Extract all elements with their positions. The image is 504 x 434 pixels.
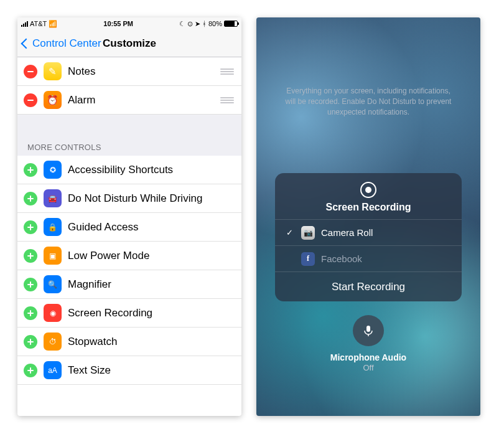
destination-facebook[interactable]: fFacebook	[275, 245, 462, 271]
destination-label: Camera Roll	[321, 227, 373, 238]
remove-button[interactable]	[24, 93, 37, 107]
alarm-icon: ⏰	[44, 91, 62, 109]
alarm-indicator-icon: ⊙	[187, 20, 193, 28]
wifi-icon: 📶	[49, 20, 57, 28]
start-recording-label: Start Recording	[332, 281, 405, 293]
row-label: Alarm	[68, 94, 214, 106]
add-button[interactable]	[24, 163, 37, 177]
checkmark-icon: ✓	[286, 228, 295, 237]
signal-bars-icon	[21, 21, 28, 27]
drag-handle-icon[interactable]	[220, 68, 234, 75]
stopwatch-icon: ⏱	[44, 333, 62, 351]
drag-handle-icon[interactable]	[220, 97, 234, 103]
row-label: Screen Recording	[68, 307, 234, 319]
microphone-toggle[interactable]	[353, 315, 384, 346]
low-power-mode-icon: ▣	[44, 247, 62, 265]
included-row-notes: ✎Notes	[17, 57, 241, 86]
microphone-icon	[362, 324, 375, 337]
bluetooth-icon: ᚼ	[202, 20, 207, 27]
battery-icon	[224, 21, 238, 27]
more-row-stopwatch: ⏱Stopwatch	[17, 328, 241, 356]
magnifier-icon: 🔍	[44, 275, 62, 293]
location-icon: ➤	[195, 20, 200, 28]
svg-rect-0	[366, 326, 370, 332]
more-row-low-power-mode: ▣Low Power Mode	[17, 242, 241, 270]
more-row-guided-access: 🔒Guided Access	[17, 213, 241, 242]
more-row-do-not-disturb-while-driving: 🚘Do Not Disturb While Driving	[17, 184, 241, 213]
row-label: Do Not Disturb While Driving	[68, 192, 234, 205]
more-row-accessibility-shortcuts: ✪Accessibility Shortcuts	[17, 156, 241, 184]
row-label: Notes	[68, 65, 214, 78]
panel-title: Screen Recording	[326, 202, 411, 213]
text-size-icon: aA	[44, 361, 62, 379]
microphone-state: Off	[363, 363, 373, 372]
screen-recording-panel: Screen Recording ✓📷Camera RollfFacebook …	[275, 173, 462, 301]
chevron-left-icon	[21, 38, 32, 49]
more-row-screen-recording: ◉Screen Recording	[17, 299, 241, 328]
start-recording-button[interactable]: Start Recording	[275, 271, 462, 301]
carrier-label: AT&T	[30, 20, 47, 27]
add-button[interactable]	[24, 364, 37, 377]
screen-recording-overlay: Everything on your screen, including not…	[256, 17, 480, 416]
guided-access-icon: 🔒	[44, 218, 62, 236]
back-button[interactable]: Control Center	[22, 37, 101, 50]
row-label: Text Size	[68, 364, 234, 377]
destination-camera-roll[interactable]: ✓📷Camera Roll	[275, 219, 462, 245]
accessibility-shortcuts-icon: ✪	[44, 161, 62, 179]
back-label: Control Center	[32, 37, 101, 50]
controls-list: ✎Notes⏰Alarm MORE CONTROLS ✪Accessibilit…	[17, 57, 241, 385]
add-button[interactable]	[24, 306, 37, 320]
row-label: Magnifier	[68, 278, 234, 291]
dnd-moon-icon: ☾	[179, 20, 185, 28]
add-button[interactable]	[24, 192, 37, 205]
screen-recording-icon: ◉	[44, 304, 62, 322]
add-button[interactable]	[24, 335, 37, 349]
more-controls-header: MORE CONTROLS	[17, 137, 241, 156]
settings-customize-screen: AT&T 📶 10:55 PM ☾ ⊙ ➤ ᚼ 80% Control Cent…	[17, 17, 241, 416]
row-label: Low Power Mode	[68, 250, 234, 262]
remove-button[interactable]	[24, 65, 37, 78]
notes-icon: ✎	[44, 62, 62, 80]
nav-bar: Control Center Customize	[17, 30, 241, 57]
section-gap	[17, 115, 241, 137]
camera-icon: 📷	[301, 226, 315, 240]
included-row-alarm: ⏰Alarm	[17, 86, 241, 115]
do-not-disturb-while-driving-icon: 🚘	[44, 189, 62, 207]
record-icon	[360, 182, 376, 198]
microphone-label: Microphone Audio Off	[330, 352, 406, 372]
battery-pct: 80%	[208, 20, 222, 27]
more-row-magnifier: 🔍Magnifier	[17, 270, 241, 299]
row-label: Stopwatch	[68, 336, 234, 348]
add-button[interactable]	[24, 220, 37, 234]
row-label: Guided Access	[68, 221, 234, 234]
add-button[interactable]	[24, 249, 37, 263]
more-row-text-size: aAText Size	[17, 356, 241, 385]
destination-label: Facebook	[321, 253, 362, 264]
nav-title: Customize	[103, 37, 156, 50]
status-time: 10:55 PM	[103, 20, 133, 27]
add-button[interactable]	[24, 278, 37, 291]
status-bar: AT&T 📶 10:55 PM ☾ ⊙ ➤ ᚼ 80%	[17, 17, 241, 30]
row-label: Accessibility Shortcuts	[68, 164, 234, 176]
facebook-icon: f	[301, 252, 315, 266]
recording-hint: Everything on your screen, including not…	[256, 86, 480, 117]
